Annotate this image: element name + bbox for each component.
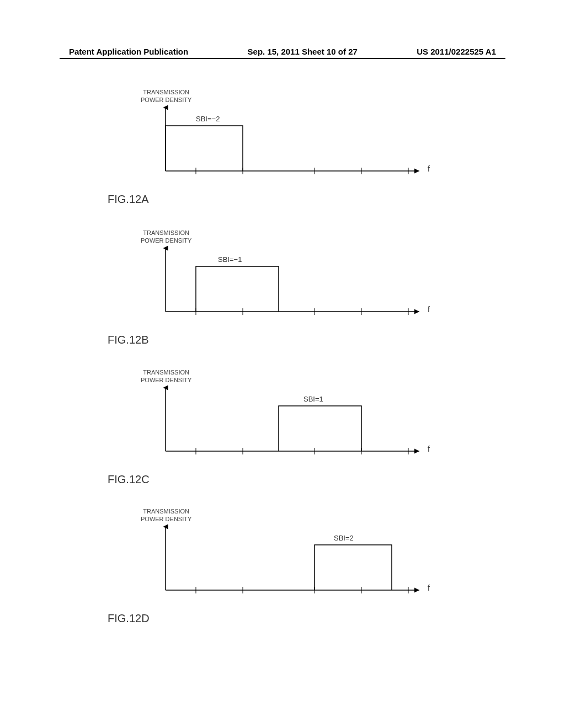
x-axis-label-d: f xyxy=(428,584,430,592)
y-axis-label-b: TRANSMISSIONPOWER DENSITY xyxy=(141,229,191,245)
x-axis-label-a: f xyxy=(428,164,430,173)
chart-a xyxy=(154,105,430,182)
x-axis-label-b: f xyxy=(428,305,430,314)
figure-label-b: FIG.12B xyxy=(108,334,148,346)
x-axis-label-c: f xyxy=(428,445,430,453)
header-rule xyxy=(60,58,505,59)
y-axis-label-c: TRANSMISSIONPOWER DENSITY xyxy=(141,368,191,384)
figure-label-a: FIG.12A xyxy=(108,193,148,206)
chart-d xyxy=(154,524,430,601)
chart-c xyxy=(154,385,430,462)
figure-label-c: FIG.12C xyxy=(108,473,150,486)
header-left: Patent Application Publication xyxy=(69,47,188,56)
figure-label-d: FIG.12D xyxy=(108,612,150,625)
header-right: US 2011/0222525 A1 xyxy=(417,47,496,56)
chart-b xyxy=(154,245,430,323)
y-axis-label-a: TRANSMISSIONPOWER DENSITY xyxy=(141,88,191,104)
y-axis-label-d: TRANSMISSIONPOWER DENSITY xyxy=(141,507,191,523)
page-header: Patent Application Publication Sep. 15, … xyxy=(0,47,565,56)
header-center: Sep. 15, 2011 Sheet 10 of 27 xyxy=(248,47,358,56)
